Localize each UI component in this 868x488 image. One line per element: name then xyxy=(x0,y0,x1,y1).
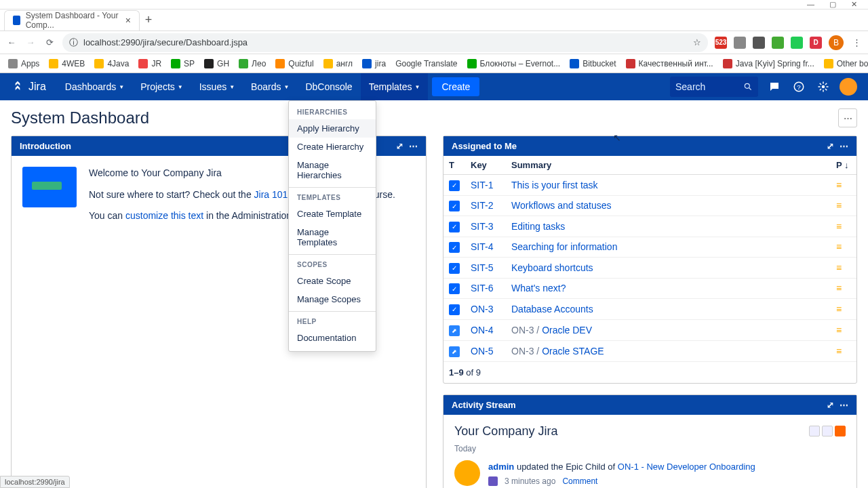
table-row[interactable]: ⬈ON-5ON-3 / Oracle STAGE≡ xyxy=(443,340,856,361)
dd-manage-templates[interactable]: Manage Templates xyxy=(289,223,376,251)
activity-issue-link[interactable]: ON-1 - New Developer Onboarding xyxy=(618,462,755,472)
ext-icon[interactable] xyxy=(791,37,803,49)
bookmark-item[interactable]: Quizful xyxy=(275,59,313,68)
profile-avatar-icon[interactable]: B xyxy=(829,35,844,50)
search-input[interactable] xyxy=(670,77,758,97)
table-row[interactable]: ✓SIT-1This is your first task≡ xyxy=(443,175,856,196)
jira-logo[interactable]: Jira xyxy=(11,80,46,94)
issue-summary[interactable]: Workflows and statuses xyxy=(506,195,831,216)
issue-key-link[interactable]: SIT-5 xyxy=(471,262,493,273)
bookmark-item[interactable]: jira xyxy=(362,59,386,68)
ext-icon[interactable]: D xyxy=(810,37,822,49)
url-input[interactable]: ⓘ localhost:2990/jira/secure/Dashboard.j… xyxy=(62,33,708,52)
bookmark-item[interactable]: англ xyxy=(323,59,353,68)
issue-summary[interactable]: ON-3 / Oracle DEV xyxy=(506,319,831,340)
issue-summary[interactable]: Keyboard shortcuts xyxy=(506,258,831,279)
bookmark-item[interactable]: Google Translate xyxy=(395,59,457,68)
more-icon[interactable]: ⋯ xyxy=(840,141,848,151)
issue-summary[interactable]: What's next? xyxy=(506,278,831,299)
settings-icon[interactable] xyxy=(815,79,831,95)
issue-summary[interactable]: Searching for information xyxy=(506,237,831,258)
nav-projects[interactable]: Projects▼ xyxy=(132,73,191,100)
dd-documentation[interactable]: Documentation xyxy=(289,329,376,347)
issue-summary[interactable]: Editing tasks xyxy=(506,216,831,237)
ext-icon[interactable]: 523 xyxy=(715,37,727,49)
view-grid-icon[interactable] xyxy=(809,426,820,436)
bookmark-item[interactable]: Лео xyxy=(239,59,266,68)
issue-key-link[interactable]: ON-5 xyxy=(471,346,493,357)
dd-manage-scopes[interactable]: Manage Scopes xyxy=(289,290,376,308)
bookmark-item[interactable]: Качественный инт... xyxy=(626,59,713,68)
nav-boards[interactable]: Boards▼ xyxy=(243,73,297,100)
reload-icon[interactable]: ⟳ xyxy=(43,37,56,49)
issue-key-link[interactable]: SIT-3 xyxy=(471,221,493,232)
browser-tab[interactable]: System Dashboard - Your Comp... × xyxy=(4,10,140,30)
table-row[interactable]: ✓SIT-3Editing tasks≡ xyxy=(443,216,856,237)
help-icon[interactable]: ? xyxy=(791,79,807,95)
bookmark-other[interactable]: Other bookmarks xyxy=(824,59,868,68)
dd-manage-hierarchies[interactable]: Manage Hierarchies xyxy=(289,156,376,184)
issue-key-link[interactable]: ON-4 xyxy=(471,325,493,336)
feedback-icon[interactable] xyxy=(766,79,783,95)
table-row[interactable]: ✓SIT-6What's next?≡ xyxy=(443,278,856,299)
activity-comment-link[interactable]: Comment xyxy=(562,475,597,487)
expand-icon[interactable]: ⤢ xyxy=(827,400,834,410)
bookmark-item[interactable]: Bitbucket xyxy=(570,59,616,68)
issue-key-link[interactable]: SIT-2 xyxy=(471,200,493,211)
bookmark-item[interactable]: GH xyxy=(204,59,229,68)
close-tab-icon[interactable]: × xyxy=(125,15,131,26)
col-key[interactable]: Key xyxy=(465,156,506,175)
bookmark-item[interactable]: 4Java xyxy=(94,59,129,68)
table-row[interactable]: ⬈ON-4ON-3 / Oracle DEV≡ xyxy=(443,319,856,340)
more-icon[interactable]: ⋯ xyxy=(840,400,848,410)
page-actions-button[interactable]: ⋯ xyxy=(838,108,857,127)
expand-icon[interactable]: ⤢ xyxy=(396,141,403,151)
bookmark-item[interactable]: SP xyxy=(171,59,195,68)
new-tab-button[interactable]: + xyxy=(140,12,157,29)
dd-create-hierarchy[interactable]: Create Hierarchy xyxy=(289,138,376,156)
dd-create-template[interactable]: Create Template xyxy=(289,205,376,223)
rss-icon[interactable] xyxy=(835,426,846,436)
col-type[interactable]: T xyxy=(443,156,465,175)
nav-dbconsole[interactable]: DbConsole xyxy=(297,73,360,100)
more-icon[interactable]: ⋯ xyxy=(409,141,418,151)
gadget-assigned: Assigned to Me ⤢ ⋯ T Key Summary P ↓ xyxy=(443,136,857,384)
ext-icon[interactable] xyxy=(753,37,765,49)
table-row[interactable]: ✓ON-3Database Accounts≡ xyxy=(443,299,856,320)
bookmark-item[interactable]: Apps xyxy=(8,59,39,68)
dd-apply-hierarchy[interactable]: Apply Hierarchy xyxy=(289,119,376,138)
activity-user-link[interactable]: admin xyxy=(488,462,514,472)
issue-summary[interactable]: Database Accounts xyxy=(506,299,831,320)
dd-create-scope[interactable]: Create Scope xyxy=(289,272,376,290)
forward-icon[interactable]: → xyxy=(24,37,37,49)
window-controls[interactable]: —▢✕ xyxy=(796,0,868,9)
table-row[interactable]: ✓SIT-5Keyboard shortcuts≡ xyxy=(443,258,856,279)
activity-avatar-icon[interactable] xyxy=(454,460,480,486)
intro-link-customize[interactable]: customize this text xyxy=(125,210,203,221)
table-row[interactable]: ✓SIT-2Workflows and statuses≡ xyxy=(443,195,856,216)
nav-templates[interactable]: Templates▼ xyxy=(361,73,429,100)
expand-icon[interactable]: ⤢ xyxy=(827,141,834,151)
issue-key-link[interactable]: SIT-4 xyxy=(471,241,493,252)
ext-icon[interactable] xyxy=(734,37,746,49)
back-icon[interactable]: ← xyxy=(5,37,18,49)
issue-key-link[interactable]: SIT-6 xyxy=(471,283,493,293)
ext-icon[interactable] xyxy=(772,37,784,49)
user-avatar-icon[interactable] xyxy=(840,78,857,96)
bookmark-item[interactable]: Блокноты – Evernot... xyxy=(467,59,561,68)
col-summary[interactable]: Summary xyxy=(506,156,831,175)
issue-key-link[interactable]: SIT-1 xyxy=(471,180,493,190)
issue-key-link[interactable]: ON-3 xyxy=(471,304,493,314)
nav-dashboards[interactable]: Dashboards▼ xyxy=(57,73,132,100)
create-button[interactable]: Create xyxy=(432,77,479,96)
issue-summary[interactable]: ON-3 / Oracle STAGE xyxy=(506,340,831,361)
nav-issues[interactable]: Issues▼ xyxy=(191,73,243,100)
view-list-icon[interactable] xyxy=(822,426,833,436)
col-priority[interactable]: P ↓ xyxy=(831,156,856,175)
bookmark-item[interactable]: Java [Kyiv] Spring fr... xyxy=(723,59,814,68)
bookmark-item[interactable]: 4WEB xyxy=(49,59,85,68)
bookmark-item[interactable]: JR xyxy=(138,59,161,68)
issue-summary[interactable]: This is your first task xyxy=(506,175,831,196)
table-row[interactable]: ✓SIT-4Searching for information≡ xyxy=(443,237,856,258)
menu-icon[interactable]: ⋮ xyxy=(850,37,863,49)
